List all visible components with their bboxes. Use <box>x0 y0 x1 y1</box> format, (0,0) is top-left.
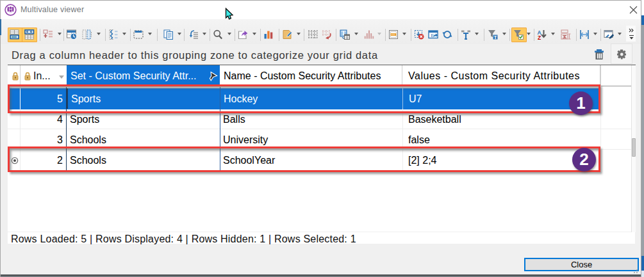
svg-text:E: E <box>431 33 434 38</box>
svg-text:Z: Z <box>538 35 541 40</box>
svg-text:T: T <box>494 35 497 40</box>
